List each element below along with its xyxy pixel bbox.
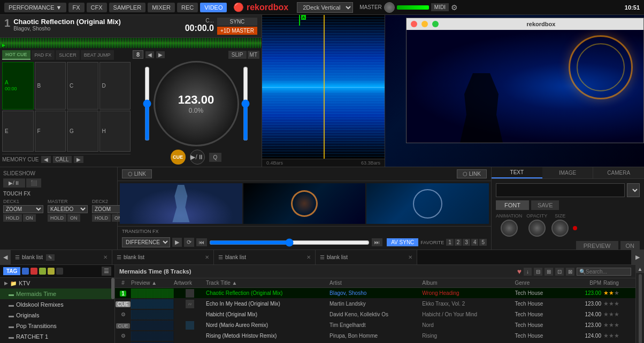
master-knob[interactable] <box>384 2 395 13</box>
mixer-btn[interactable]: MIXER <box>148 3 175 12</box>
track-row-1[interactable]: 1 Chaotic Reflection (Original Mix) Blag… <box>115 288 635 299</box>
tab2-close[interactable]: ✕ <box>205 254 209 260</box>
call-btn[interactable]: CALL <box>53 156 72 163</box>
pad-fx-tab[interactable]: PAD FX <box>32 50 55 60</box>
link-left-btn[interactable]: ⬡ LINK <box>122 169 152 178</box>
animation-knob[interactable] <box>501 220 518 237</box>
q-button[interactable]: Q <box>209 153 222 162</box>
detail-view-btn[interactable]: ⊠ <box>566 268 574 276</box>
play-pause-btn[interactable]: ▶/⏸ <box>3 178 25 188</box>
star2-3[interactable]: ★ <box>614 300 619 307</box>
cue-button[interactable]: CUE <box>171 150 186 165</box>
master-effect-select[interactable]: KALEIDO <box>48 205 88 213</box>
beat-minus[interactable]: ◀ <box>145 51 154 58</box>
sidebar-item-oldskool[interactable]: ▬ Oldskool Remixes <box>0 299 114 310</box>
font-button[interactable]: FONT <box>496 200 529 210</box>
fav-4[interactable]: 4 <box>471 239 479 246</box>
track-row-4[interactable]: CUE Nord (Mario Aureo Remix) Tim Engelha… <box>115 320 635 331</box>
star2-1[interactable]: ★ <box>603 300 609 307</box>
opacity-knob[interactable] <box>528 220 546 237</box>
sampler-btn[interactable]: SAMPLER <box>109 3 146 12</box>
col-header-rating[interactable]: Rating <box>603 280 635 286</box>
playlist-tab-3[interactable]: ☰ blank list ✕ <box>214 250 316 264</box>
fx-btn[interactable]: FX <box>68 3 85 12</box>
star3-3[interactable]: ★ <box>614 311 619 318</box>
beat-plus[interactable]: ▶ <box>156 51 165 58</box>
trans-prev-btn[interactable]: ⏮ <box>196 238 207 246</box>
text-input-area[interactable] <box>496 183 625 197</box>
album-view-btn[interactable]: ⊡ <box>555 268 564 276</box>
sort-btn[interactable]: ↓ <box>524 268 532 276</box>
master-sync-btn[interactable]: +1D MASTER <box>217 27 257 35</box>
color-dot-none[interactable] <box>56 268 63 275</box>
star3-1[interactable]: ★ <box>603 311 609 318</box>
settings-icon[interactable]: ⚙ <box>451 3 458 12</box>
prev-memory-btn[interactable]: ◀ <box>41 156 51 163</box>
video-thumb-3[interactable] <box>366 183 489 224</box>
performance-btn[interactable]: PERFORMANCE ▼ <box>4 3 66 12</box>
cfx-btn[interactable]: CFX <box>87 3 107 12</box>
on-text-button[interactable]: ON <box>620 241 640 251</box>
color-dot-blue[interactable] <box>22 268 29 275</box>
trans-next-btn[interactable]: ⏭ <box>372 238 382 246</box>
heart-icon[interactable]: ♥ <box>517 267 522 276</box>
master-on-btn[interactable]: ON <box>67 214 80 222</box>
star5-2[interactable]: ★ <box>609 332 614 339</box>
color-dot-red[interactable] <box>30 268 37 275</box>
col-header-bpm[interactable]: BPM <box>577 280 603 286</box>
video-thumb-2[interactable] <box>243 183 366 224</box>
list-view-tracks-btn[interactable]: ⊟ <box>534 268 542 276</box>
next-memory-btn[interactable]: ▶ <box>74 156 83 163</box>
color-dot-green[interactable] <box>39 268 46 275</box>
close-window-btn[interactable] <box>411 21 417 27</box>
col-header-genre[interactable]: Genre <box>515 280 577 286</box>
star4-2[interactable]: ★ <box>609 322 614 329</box>
star-3[interactable]: ★ <box>614 290 619 297</box>
col-header-title[interactable]: Track Title ▲ <box>206 280 329 286</box>
pad-g[interactable]: G <box>67 111 98 152</box>
deck2-hold-btn[interactable]: HOLD <box>92 214 111 222</box>
slicer-tab[interactable]: SLICER <box>56 50 80 60</box>
fav-5[interactable]: 5 <box>479 239 487 246</box>
playlist-tab-4[interactable]: ☰ blank list ✕ <box>316 250 417 264</box>
tab3-close[interactable]: ✕ <box>306 254 311 260</box>
fav-1[interactable]: 1 <box>446 239 454 246</box>
video-btn[interactable]: VIDEO <box>200 3 227 12</box>
deck1-hold-btn[interactable]: HOLD <box>3 214 22 222</box>
pad-b[interactable]: B <box>35 62 66 110</box>
deck1-on-btn[interactable]: ON <box>23 214 36 222</box>
hot-cue-tab[interactable]: HOT CUE <box>2 50 30 60</box>
sidebar-item-ktv[interactable]: ▶ 📁 KTV <box>0 278 114 289</box>
beat-jump-tab[interactable]: BEAT JUMP <box>81 50 114 60</box>
col-header-album[interactable]: Album <box>422 280 515 286</box>
pitch-slider[interactable] <box>143 66 151 141</box>
star4-1[interactable]: ★ <box>603 322 609 329</box>
link-right-btn[interactable]: ⬡ LINK <box>457 169 487 178</box>
video-thumb-1[interactable] <box>120 183 242 224</box>
text-tab[interactable]: TEXT <box>492 167 542 178</box>
camera-tab[interactable]: CAMERA <box>593 167 644 178</box>
right-arrow-btn[interactable]: ▶ <box>631 250 644 264</box>
grid-view-btn[interactable]: ⊞ <box>545 268 553 276</box>
star3-2[interactable]: ★ <box>609 311 614 318</box>
midi-btn[interactable]: MIDI <box>431 3 449 11</box>
pad-a[interactable]: A00:00 <box>2 62 34 110</box>
track-row-3[interactable]: ⚙ Habicht (Original Mix) David Keno, Kol… <box>115 309 635 320</box>
deck1-effect-select[interactable]: ZOOM <box>3 205 43 213</box>
pitch-slider-right[interactable] <box>241 66 250 141</box>
sidebar-item-pop[interactable]: ▬ Pop Transitions <box>0 321 114 331</box>
star-1[interactable]: ★ <box>603 290 609 297</box>
pad-h[interactable]: H <box>99 111 131 152</box>
transition-slider[interactable] <box>209 238 370 247</box>
play-button[interactable]: ▶/⏸ <box>190 150 205 165</box>
pad-e[interactable]: E <box>2 111 34 152</box>
color-dot-yellow[interactable] <box>48 268 55 275</box>
track-row-2[interactable]: CUE ♪♪ Echo In My Head (Original Mix) Ma… <box>115 299 635 309</box>
trans-play-btn[interactable]: ▶ <box>172 238 182 247</box>
pad-f[interactable]: F <box>35 111 66 152</box>
star-2[interactable]: ★ <box>609 290 614 297</box>
transition-type-select[interactable]: DIFFERENCE <box>122 237 170 247</box>
playlist-tab-2[interactable]: ☰ blank list ✕ <box>112 250 214 264</box>
sidebar-item-mermaids[interactable]: ▬ Mermaids Time <box>0 289 114 299</box>
col-header-preview[interactable]: Preview ▲ <box>131 280 174 286</box>
